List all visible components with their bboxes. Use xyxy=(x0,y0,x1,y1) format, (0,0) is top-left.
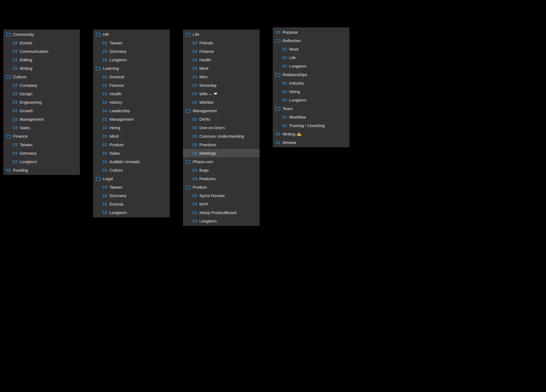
node-row[interactable]: Taiwan xyxy=(93,183,170,191)
mindmap-icon xyxy=(102,143,107,147)
node-row[interactable]: Common Understanding xyxy=(183,132,260,140)
svg-point-349 xyxy=(283,100,284,102)
folder-row[interactable]: Learning xyxy=(93,64,170,73)
node-row[interactable]: Design xyxy=(3,90,80,98)
mindmap-icon xyxy=(192,83,197,87)
node-row[interactable]: Events xyxy=(3,39,80,47)
node-row[interactable]: Hiring xyxy=(93,123,170,132)
svg-point-158 xyxy=(106,152,107,153)
node-row[interactable]: Work xyxy=(273,45,349,53)
node-row[interactable]: OKRs xyxy=(183,115,260,123)
node-row[interactable]: Longterm xyxy=(93,56,170,64)
node-row[interactable]: Finance xyxy=(93,81,170,90)
item-label: Legal xyxy=(103,176,113,181)
node-row[interactable]: Workflow xyxy=(273,113,349,121)
folder-row[interactable]: Product xyxy=(183,183,260,191)
node-row[interactable]: Sprint Review xyxy=(183,191,260,200)
node-row[interactable]: Longterm xyxy=(183,217,260,225)
node-row[interactable]: Friends xyxy=(183,39,260,47)
node-row[interactable]: Audible Unreads xyxy=(93,157,170,166)
folder-icon xyxy=(96,177,101,181)
node-row[interactable]: Sales xyxy=(3,123,80,132)
svg-point-205 xyxy=(193,52,194,53)
svg-point-33 xyxy=(16,94,17,95)
folder-row[interactable]: Relationships xyxy=(273,70,349,79)
node-row[interactable]: Longterm xyxy=(3,157,80,166)
folder-row[interactable]: Life xyxy=(183,30,260,39)
node-row[interactable]: History xyxy=(93,98,170,106)
node-row[interactable]: Misc xyxy=(183,73,260,81)
node-row[interactable]: Industry xyxy=(273,79,349,87)
svg-point-198 xyxy=(193,42,194,43)
node-row[interactable]: Leadership xyxy=(93,106,170,115)
node-row[interactable]: Management xyxy=(93,115,170,123)
node-row[interactable]: Culture xyxy=(93,166,170,174)
node-row[interactable]: Communication xyxy=(3,47,80,56)
node-row[interactable]: Longterm xyxy=(93,208,170,217)
node-row[interactable]: Mind xyxy=(93,132,170,140)
node-row[interactable]: Taiwan xyxy=(3,140,80,149)
svg-point-19 xyxy=(13,69,14,70)
node-row[interactable]: Longterm xyxy=(273,96,349,104)
svg-point-116 xyxy=(106,93,107,94)
node-row[interactable]: Purpose xyxy=(273,28,349,36)
node-row[interactable]: General xyxy=(93,73,170,81)
node-row[interactable]: Finance xyxy=(183,47,260,56)
mindmap-icon xyxy=(13,67,18,70)
node-row[interactable]: Setup ProductBoard xyxy=(183,208,260,217)
node-row[interactable]: Growth xyxy=(3,106,80,115)
svg-point-210 xyxy=(193,59,194,60)
node-row[interactable]: Features xyxy=(183,174,260,183)
folder-row[interactable]: Management xyxy=(183,106,260,115)
folder-row[interactable]: Legal xyxy=(93,174,170,183)
node-row[interactable]: Mind xyxy=(183,64,260,73)
node-row[interactable]: Funding xyxy=(3,166,80,174)
svg-point-266 xyxy=(196,143,197,145)
node-row[interactable]: Hiring xyxy=(273,87,349,96)
node-row[interactable]: Practices xyxy=(183,140,260,149)
item-label: Longterm xyxy=(110,57,127,62)
node-row[interactable]: Management xyxy=(3,115,80,123)
node-row[interactable]: Health xyxy=(183,56,260,64)
folder-row[interactable]: Reflection xyxy=(273,36,349,45)
item-label: Hiring xyxy=(289,89,300,94)
folder-row[interactable]: Culture xyxy=(3,73,80,81)
node-row[interactable]: Writing xyxy=(3,64,80,73)
svg-point-84 xyxy=(103,42,104,43)
node-row[interactable]: MVP xyxy=(183,200,260,208)
node-row[interactable]: Sales xyxy=(93,149,170,157)
node-row[interactable]: Training ፧ Coaching xyxy=(273,121,349,130)
node-row[interactable]: Review xyxy=(273,138,349,147)
folder-row[interactable]: Phase.com xyxy=(183,157,260,166)
item-label: One-on-One's xyxy=(199,125,225,130)
folder-row[interactable]: Team xyxy=(273,104,349,113)
node-row[interactable]: Germany xyxy=(3,149,80,157)
node-row[interactable]: Health xyxy=(93,90,170,98)
node-row[interactable]: Germany xyxy=(93,191,170,200)
node-row[interactable]: Someday xyxy=(183,81,260,90)
svg-point-300 xyxy=(193,211,194,212)
svg-point-294 xyxy=(193,203,194,204)
node-row[interactable]: Meetings xyxy=(183,149,260,157)
svg-point-49 xyxy=(13,120,14,121)
node-row[interactable]: Wife — ❤ xyxy=(183,90,260,98)
svg-point-93 xyxy=(106,52,107,53)
node-row[interactable]: Editing xyxy=(3,56,80,64)
node-row[interactable]: Longterm xyxy=(273,62,349,70)
node-row[interactable]: Germany xyxy=(93,47,170,56)
node-row[interactable]: Wishlist xyxy=(183,98,260,106)
folder-row[interactable]: Finance xyxy=(3,132,80,140)
node-row[interactable]: Estonia xyxy=(93,200,170,208)
node-row[interactable]: Product xyxy=(93,140,170,149)
folder-row[interactable]: HR xyxy=(93,30,170,39)
node-row[interactable]: Taiwan xyxy=(93,39,170,47)
node-row[interactable]: Life xyxy=(273,53,349,62)
node-row[interactable]: Writing ✍ xyxy=(273,130,349,138)
folder-row[interactable]: Community xyxy=(3,30,80,39)
mindmap-icon xyxy=(102,185,107,189)
node-row[interactable]: Company xyxy=(3,81,80,90)
node-row[interactable]: Engineering xyxy=(3,98,80,106)
node-row[interactable]: One-on-One's xyxy=(183,123,260,132)
svg-point-171 xyxy=(106,171,107,172)
node-row[interactable]: Bugs xyxy=(183,166,260,174)
